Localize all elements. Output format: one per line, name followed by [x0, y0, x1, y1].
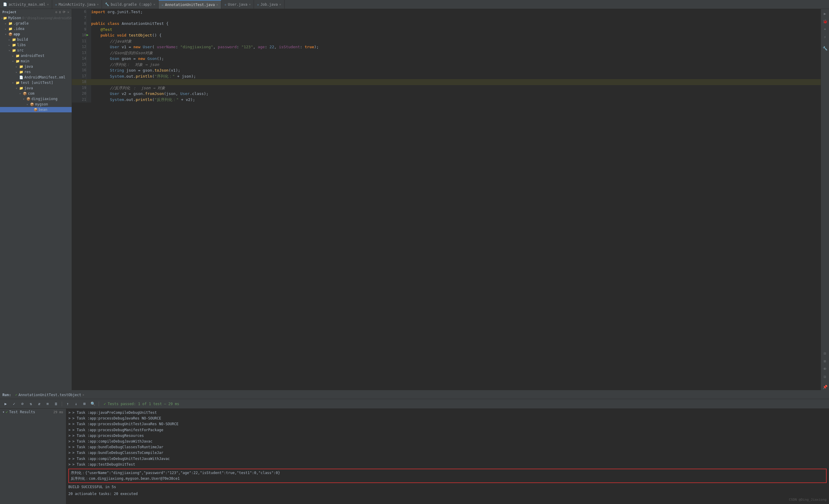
folder-icon: 📁 [19, 86, 24, 90]
sidebar-header: Project ⚙ ≡ ⟳ ✕ [0, 9, 72, 15]
sidebar-item-label: java [24, 86, 33, 90]
sidebar-item-java[interactable]: ▸ 📁 java [0, 64, 72, 69]
tab-label: activity_main.xml [9, 2, 45, 7]
close-icon[interactable]: ✕ [47, 3, 49, 6]
folder-icon: 📁 [15, 81, 20, 85]
arrow-icon: > [68, 439, 70, 444]
sidebar-item-res[interactable]: ▸ 📁 res [0, 69, 72, 75]
code-content: public void testObject() { [91, 32, 821, 38]
sidebar-item-src[interactable]: ▾ 📁 src [0, 48, 72, 53]
output-text: > Task :app:bundleDebugClassesToCompileJ… [72, 450, 163, 456]
line-number: 21 [72, 97, 86, 103]
line-number: 11 [72, 38, 86, 44]
close-icon[interactable]: ✕ [280, 3, 281, 6]
expand-arrow: ▾ [26, 103, 30, 106]
code-content: import org.junit.Test; [91, 9, 821, 15]
tab-annotationunittest[interactable]: ☕ AnnotationUnitTest.java ✕ [158, 0, 222, 9]
prev-btn[interactable]: ↑ [65, 401, 71, 407]
line-number: 12 [72, 44, 86, 50]
test-result-header[interactable]: ▾ ✓ Test Results 29 ms [0, 409, 66, 415]
coverage-icon-btn[interactable]: ☂ [822, 26, 828, 32]
code-content: //Gson提供的Gson对象 [91, 50, 821, 56]
sidebar-item-build[interactable]: ▸ 📁 build [0, 37, 72, 42]
code-row-18: 18 [72, 79, 821, 85]
close-icon[interactable]: ✕ [249, 3, 251, 6]
eye-icon-btn[interactable]: 👁 [822, 365, 828, 372]
sidebar-item-test[interactable]: ▾ 📁 test [unitTest] [0, 80, 72, 85]
tab-buildgradle[interactable]: 🔧 build.gradle (:app) ✕ [102, 0, 158, 9]
test-results-label: Test Results [9, 410, 35, 414]
arrow-icon: > [68, 450, 70, 456]
close-icon[interactable]: ✕ [97, 3, 99, 6]
sidebar-item-libs[interactable]: ▸ 📁 libs [0, 42, 72, 48]
options-icon[interactable]: ✕ [67, 10, 69, 14]
sidebar-item-mygson-pkg[interactable]: ▾ 📦 mygson [0, 102, 72, 107]
output-line-6: > > Task :app:compileDebugJavaWithJavac [68, 439, 827, 444]
rerun-btn[interactable]: ▶ [2, 401, 9, 407]
run-icon-btn[interactable]: ▶ [822, 10, 828, 17]
code-row-20: 20 User v2 = gson.fromJson(json, User.cl… [72, 91, 821, 97]
output-text: > Task :app:testDebugUnitTest [72, 462, 135, 467]
align-btn[interactable]: ≡ [44, 401, 51, 407]
sidebar-item-androidtest[interactable]: ▸ 📁 androidTest [0, 53, 72, 59]
align2-btn[interactable]: ≣ [53, 401, 59, 407]
check-btn[interactable]: ✓ [11, 401, 17, 407]
profile-icon-btn[interactable]: ⚡ [822, 34, 828, 40]
output-panel[interactable]: > > Task :app:javaPreCompileDebugUnitTes… [66, 409, 829, 504]
output-text: > Task :app:processDebugResources [72, 433, 144, 439]
sidebar-item-idea[interactable]: ▸ 📁 .idea [0, 26, 72, 32]
folder-icon: 📁 [19, 65, 24, 69]
wrench-icon-btn[interactable]: 🔧 [822, 45, 828, 51]
output-line-10: > > Task :app:testDebugUnitTest [68, 462, 827, 467]
main-area: Project ⚙ ≡ ⟳ ✕ ▾ 📁 MyGson D:\DingJiaxio… [0, 9, 829, 390]
code-view[interactable]: 6 import org.junit.Test; 7 [72, 9, 821, 390]
code-row-15: 15 //序列化： 对象 → json [72, 62, 821, 68]
module-icon: 📦 [8, 32, 12, 36]
close-icon[interactable]: ✕ [153, 3, 155, 6]
tab-job[interactable]: ☕ Job.java ✕ [254, 0, 284, 9]
sidebar-item-label: main [21, 59, 29, 63]
java-file-icon: ☕ [257, 2, 259, 6]
run-tab-item[interactable]: ✓ AnnotationUnitTest.testObject ✕ [13, 392, 86, 398]
sidebar-item-label: com [28, 91, 34, 95]
output-text: > Task :app:bundleDebugClassesToRuntimeJ… [72, 444, 163, 450]
line-number: 17 [72, 73, 86, 79]
sidebar-item-gradle[interactable]: ▸ 📁 .gradle [0, 21, 72, 26]
sidebar-item-label: app [13, 32, 20, 36]
expand-arrow: ▸ [5, 22, 8, 25]
sidebar-item-main[interactable]: ▾ 📁 main [0, 59, 72, 64]
stop-btn[interactable]: ⊘ [19, 401, 26, 407]
export-btn[interactable]: ⊞ [81, 401, 88, 407]
sidebar-item-mygson[interactable]: ▾ 📁 MyGson D:\DingJiaxiong\AndroidStudio… [0, 15, 72, 21]
tab-mainactivity[interactable]: ☕ MainActivity.java ✕ [52, 0, 102, 9]
code-content: //序列化： 对象 → json [91, 62, 821, 68]
close-icon[interactable]: ✕ [216, 3, 218, 6]
pin-icon-btn[interactable]: 📌 [822, 384, 828, 390]
folder-icon: 📁 [12, 43, 16, 47]
highlighted-output-line-1: 序列化：{"userName":"dingjiaxiong","password… [71, 470, 824, 476]
tab-user[interactable]: ☕ User.java ✕ [221, 0, 254, 9]
terminal-icon-btn[interactable]: ⊞ [822, 358, 828, 364]
search-btn[interactable]: 🔍 [89, 401, 96, 407]
run-gutter[interactable]: ▶ [86, 32, 91, 38]
tab-activity-main[interactable]: 📄 activity_main.xml ✕ [0, 0, 52, 9]
sidebar-item-test-java[interactable]: ▾ 📁 java [0, 85, 72, 91]
sidebar-item-com[interactable]: ▾ 📦 com [0, 91, 72, 96]
expand-arrow: ▾ [2, 410, 4, 414]
code-row-7: 7 [72, 15, 821, 21]
sidebar-item-androidmanifest[interactable]: 📄 AndroidManifest.xml [0, 75, 72, 80]
sidebar-item-bean[interactable]: ▾ 📦 bean [0, 107, 72, 112]
sync-icon[interactable]: ⟳ [63, 10, 65, 14]
sort-down-btn[interactable]: ⇵ [36, 401, 43, 407]
layout-icon-btn[interactable]: ⊟ [822, 350, 828, 357]
sort-up-btn[interactable]: ⇅ [28, 401, 34, 407]
sidebar-item-app[interactable]: ▾ 📦 app [0, 32, 72, 37]
layout-icon[interactable]: ≡ [59, 10, 61, 14]
folder-icon: 📁 [12, 48, 16, 52]
settings-icon[interactable]: ⚙ [55, 10, 57, 14]
next-btn[interactable]: ↓ [73, 401, 79, 407]
sidebar-item-dingjiaxiong[interactable]: ▾ 📦 dingjiaxiong [0, 96, 72, 102]
close-icon[interactable]: ✕ [82, 393, 84, 396]
grid-icon-btn[interactable]: ⊡ [822, 373, 828, 380]
debug-icon-btn[interactable]: 🐞 [822, 18, 828, 25]
